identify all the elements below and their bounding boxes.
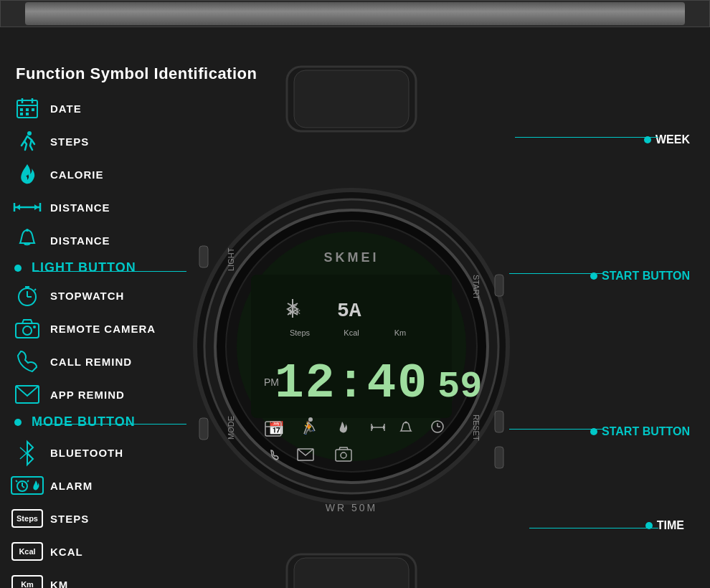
svg-point-62: [405, 422, 407, 424]
time-line: [529, 528, 658, 528]
start-button-bottom: START BUTTON: [590, 425, 690, 438]
camera-icon: [14, 316, 40, 341]
svg-rect-8: [26, 113, 29, 115]
steps-badge-label: STEPS: [50, 513, 89, 525]
svg-line-21: [34, 289, 36, 290]
watch-illustration: SKMEI ⁂ 5A Steps Kcal Km PM 12:40 59 📅: [172, 67, 531, 588]
svg-text:SKMEI: SKMEI: [323, 250, 379, 265]
svg-text:59: 59: [437, 366, 482, 408]
alarm-label: ALARM: [50, 480, 93, 492]
mode-line: [36, 424, 186, 425]
svg-rect-72: [199, 246, 208, 267]
svg-text:MODE: MODE: [227, 416, 235, 440]
steps-label: STEPS: [50, 136, 89, 148]
svg-text:WR 50M: WR 50M: [326, 502, 377, 513]
svg-text:Steps: Steps: [290, 328, 311, 337]
svg-rect-6: [32, 108, 34, 111]
svg-marker-13: [16, 204, 20, 210]
calendar-icon: [14, 95, 40, 121]
svg-rect-4: [20, 108, 23, 111]
svg-rect-7: [20, 113, 23, 115]
bell-icon: [14, 227, 40, 253]
svg-text:LIGHT: LIGHT: [227, 247, 235, 271]
svg-point-9: [27, 131, 32, 136]
date-label: DATE: [50, 103, 82, 115]
top-image-strip: [0, 0, 710, 27]
svg-rect-73: [199, 418, 208, 440]
svg-line-32: [16, 480, 17, 482]
flame-icon: [14, 161, 40, 187]
km-label: KM: [50, 579, 68, 589]
alarm-icon: [14, 473, 40, 498]
bluetooth-label: BLUETOOTH: [50, 447, 123, 459]
time-annotation: TIME: [645, 519, 684, 532]
light-line: [36, 271, 186, 272]
svg-point-23: [23, 326, 32, 335]
svg-text:Kcal: Kcal: [344, 328, 359, 337]
phone-icon: [14, 348, 40, 374]
svg-line-33: [27, 480, 29, 482]
call-label: CALL REMIND: [50, 356, 132, 368]
start-bottom-label: START BUTTON: [602, 425, 690, 438]
svg-rect-5: [26, 108, 29, 111]
bluetooth-icon: [14, 440, 40, 465]
svg-text:START: START: [472, 275, 481, 300]
envelope-icon: [14, 381, 40, 407]
stopwatch-icon: [14, 283, 40, 308]
camera-label: REMOTE CAMERA: [50, 323, 156, 335]
svg-rect-71: [294, 558, 409, 588]
distance2-label: DISTANCE: [50, 234, 110, 247]
svg-text:RESET: RESET: [472, 414, 481, 441]
time-label: TIME: [657, 519, 684, 532]
svg-text:12:40: 12:40: [275, 356, 428, 411]
main-content: Function Symbol Identification DATE: [0, 27, 710, 588]
mode-button-label: MODE BUTTON: [32, 414, 136, 430]
start-top-line: [509, 273, 602, 274]
light-dot: [14, 265, 22, 272]
runner-icon: [14, 128, 40, 154]
stopwatch-label: STOPWATCH: [50, 290, 124, 302]
start-top-label: START BUTTON: [602, 270, 690, 283]
week-label: WEEK: [655, 133, 690, 146]
svg-rect-76: [495, 447, 503, 468]
svg-rect-74: [495, 275, 503, 296]
svg-text:Km: Km: [394, 328, 407, 337]
distance1-label: DISTANCE: [50, 201, 110, 214]
svg-marker-14: [34, 204, 39, 210]
start-bottom-line: [509, 429, 602, 430]
km-badge-icon: Km: [14, 572, 40, 588]
start-button-top: START BUTTON: [590, 270, 690, 283]
steps-badge-icon: Steps: [14, 506, 40, 531]
app-label: APP REMIND: [50, 389, 125, 401]
svg-text:📅: 📅: [268, 420, 285, 436]
svg-point-15: [26, 229, 29, 232]
light-button-label: LIGHT BUTTON: [32, 260, 136, 275]
calorie-label: CALORIE: [50, 169, 104, 181]
svg-point-56: [308, 417, 313, 422]
kcal-label: KCAL: [50, 546, 83, 558]
week-line: [515, 137, 658, 138]
arrows-icon: [14, 194, 40, 220]
kcal-badge-icon: Kcal: [14, 539, 40, 564]
week-annotation: WEEK: [644, 133, 690, 146]
svg-rect-35: [294, 70, 409, 128]
svg-point-24: [33, 326, 36, 328]
mode-dot: [14, 419, 22, 426]
svg-rect-75: [495, 411, 503, 432]
svg-text:5A: 5A: [337, 300, 361, 322]
